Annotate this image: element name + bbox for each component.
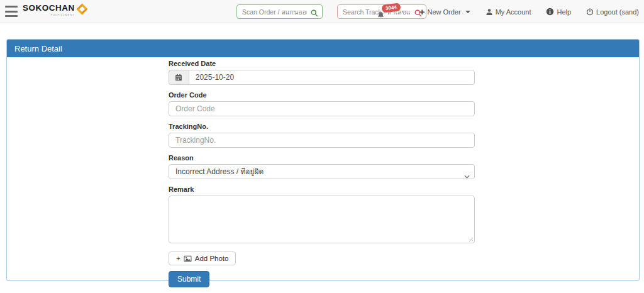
order-code-input[interactable] <box>169 101 475 116</box>
reason-label: Reason <box>169 154 475 162</box>
notification-count-badge: 3044 <box>381 3 401 13</box>
diamond-icon <box>76 3 88 18</box>
new-order-menu[interactable]: + New Order <box>419 7 470 16</box>
brand-tagline: FULFILLMENT <box>51 14 75 16</box>
order-code-group: Order Code <box>169 91 475 116</box>
help-menu[interactable]: Help <box>546 8 571 16</box>
plus-prefix: + <box>176 255 180 262</box>
hamburger-menu-icon[interactable] <box>5 6 18 17</box>
order-code-label: Order Code <box>169 91 475 99</box>
logout-menu[interactable]: Logout (sand) <box>586 8 639 16</box>
brand-logo[interactable]: SOKOCHAN FULFILLMENT <box>23 4 88 18</box>
navbar-right-menu: 3044 + New Order My Account Help <box>377 0 639 23</box>
power-icon <box>586 8 594 16</box>
brand-name: SOKOCHAN <box>23 4 75 13</box>
remark-label: Remark <box>169 185 475 193</box>
logout-label: Logout (sand) <box>596 8 639 16</box>
top-navbar: SOKOCHAN FULFILLMENT <box>0 0 644 23</box>
tracking-no-input[interactable] <box>169 133 475 148</box>
caret-down-icon <box>465 11 470 13</box>
notifications-button[interactable]: 3044 <box>377 4 404 20</box>
tracking-no-group: TrackingNo. <box>169 123 475 148</box>
remark-textarea[interactable] <box>169 196 475 243</box>
reason-select[interactable]: Incorrect Address / ที่อยู่ผิด <box>169 164 475 179</box>
remark-group: Remark <box>169 185 475 243</box>
tracking-no-label: TrackingNo. <box>169 123 475 130</box>
add-photo-label: Add Photo <box>195 255 229 262</box>
return-detail-panel: Return Detail Received Date <box>6 39 640 281</box>
my-account-label: My Account <box>496 8 531 16</box>
user-icon <box>486 8 493 16</box>
reason-group: Reason Incorrect Address / ที่อยู่ผิด <box>169 154 475 179</box>
page-title: Return Detail <box>14 44 62 53</box>
image-icon <box>184 255 192 262</box>
calendar-addon-button[interactable] <box>169 70 189 85</box>
panel-heading: Return Detail <box>7 40 639 57</box>
received-date-group: Received Date <box>169 60 475 85</box>
add-photo-button[interactable]: + Add Photo <box>169 252 236 265</box>
search-icon[interactable] <box>311 8 318 19</box>
scan-order-input[interactable] <box>237 5 322 18</box>
my-account-menu[interactable]: My Account <box>486 8 531 16</box>
panel-body: Received Date <box>7 57 639 287</box>
new-order-label: New Order <box>427 8 460 16</box>
bell-icon <box>377 11 385 19</box>
plus-icon: + <box>419 7 425 16</box>
help-label: Help <box>557 8 571 16</box>
submit-button[interactable]: Submit <box>169 271 209 287</box>
calendar-icon <box>175 74 182 81</box>
received-date-label: Received Date <box>169 60 475 67</box>
return-detail-form: Received Date <box>169 60 475 287</box>
received-date-input[interactable] <box>189 70 475 85</box>
info-icon <box>546 8 554 16</box>
scan-order-search <box>236 4 323 19</box>
